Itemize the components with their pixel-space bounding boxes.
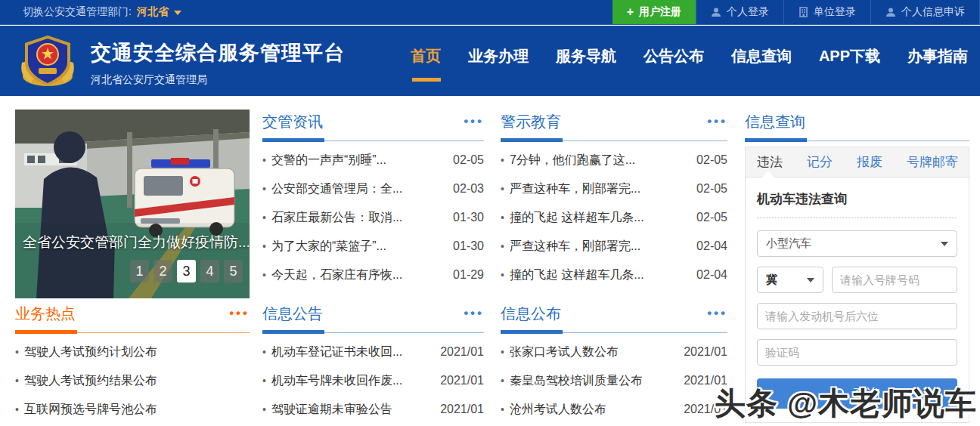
nav-home[interactable]: 首页	[411, 46, 441, 66]
list-item[interactable]: 撞的飞起 这样超车几条...02-04	[501, 261, 727, 289]
more-icon[interactable]: •••	[707, 118, 727, 125]
pager-1[interactable]: 1	[130, 260, 149, 282]
personal-login-button[interactable]: 个人登录	[696, 0, 783, 24]
switch-label: 切换公安交通管理部门:	[23, 5, 132, 19]
police-badge-logo	[16, 32, 79, 89]
query-tabs: 违法 记分 报废 号牌邮寄	[745, 147, 969, 178]
list-item[interactable]: 撞的飞起 这样超车几条...02-05	[501, 203, 727, 232]
list-item[interactable]: 公安部交通管理局：全...02-03	[262, 174, 484, 203]
tab-scrap[interactable]: 报废	[857, 153, 882, 171]
watermark-text: 头条 @木老师说车	[715, 383, 977, 424]
site-header: 交通安全综合服务管理平台 河北省公安厅交通管理局 首页 业务办理 服务导航 公告…	[0, 26, 980, 96]
form-title: 机动车违法查询	[757, 190, 957, 208]
list-item[interactable]: 机动车登记证书未收回...2021/01	[262, 338, 484, 366]
divider	[757, 218, 957, 218]
section-warning-education: 警示教育 ••• 7分钟，他们跑赢了这...02-05 严查这种车，刚部署完..…	[501, 110, 727, 289]
engine-number-input[interactable]	[757, 303, 957, 329]
current-region: 河北省	[137, 5, 169, 19]
section-title: 警示教育	[501, 112, 561, 132]
section-info-publish: 信息公布 ••• 张家口考试人数公布2021/01 秦皇岛驾校培训质量公布202…	[501, 301, 727, 424]
site-title: 交通安全综合服务管理平台	[91, 39, 345, 66]
topbar-actions: + 用户注册 个人登录 单位登录 个人信息申诉	[612, 0, 980, 24]
plus-icon: +	[627, 5, 634, 19]
list-item[interactable]: 驾驶人考试预约计划公布	[15, 338, 250, 366]
user-icon	[711, 7, 721, 17]
carousel-caption[interactable]: 全省公安交管部门全力做好疫情防...	[23, 233, 250, 252]
department-switcher[interactable]: 切换公安交通管理部门: 河北省	[0, 0, 181, 24]
unit-login-button[interactable]: 单位登录	[783, 0, 870, 24]
pager-4[interactable]: 4	[200, 260, 219, 282]
info-query-panel: 信息查询 违法 记分 报废 号牌邮寄 机动车违法查询 小型汽车 冀 查询	[745, 110, 969, 423]
news-carousel[interactable]: 全省公安交管部门全力做好疫情防... 1 2 3 4 5	[15, 110, 250, 298]
list-item[interactable]: 严查这种车，刚部署完...02-04	[501, 232, 727, 261]
vehicle-type-select[interactable]: 小型汽车	[757, 230, 957, 257]
section-title: 信息公告	[262, 304, 323, 324]
captcha-input[interactable]	[757, 339, 957, 366]
list-item[interactable]: 互联网预选号牌号池公布	[15, 395, 250, 424]
carousel-pager: 1 2 3 4 5	[130, 260, 243, 282]
list-item[interactable]: 今天起，石家庄有序恢...01-29	[262, 261, 484, 289]
section-title: 业务热点	[15, 304, 76, 324]
section-business-hot: 业务热点 ••• 驾驶人考试预约计划公布 驾驶人考试预约结果公布 互联网预选号牌…	[15, 301, 250, 424]
main-nav: 首页 业务办理 服务导航 公告公布 信息查询 APP下载 办事指南	[411, 46, 968, 66]
plate-prefix-select[interactable]: 冀	[757, 267, 823, 293]
building-icon	[799, 7, 808, 17]
caret-down-icon	[807, 278, 814, 282]
list-item[interactable]: 石家庄最新公告：取消...01-30	[262, 203, 484, 232]
list-item[interactable]: 驾驶人考试预约结果公布	[15, 366, 250, 395]
top-utility-bar: 切换公安交通管理部门: 河北省 + 用户注册 个人登录 单位登录 个人信息申诉	[0, 0, 980, 25]
plate-number-input[interactable]	[832, 267, 957, 293]
tab-plate-mail[interactable]: 号牌邮寄	[907, 153, 958, 171]
more-icon[interactable]: •••	[464, 118, 484, 125]
site-subtitle: 河北省公安厅交通管理局	[91, 73, 345, 87]
register-button[interactable]: + 用户注册	[612, 0, 696, 24]
brand-block: 交通安全综合服务管理平台 河北省公安厅交通管理局	[91, 39, 345, 87]
list-item[interactable]: 为了大家的“菜篮子”...01-30	[262, 232, 484, 261]
tab-points[interactable]: 记分	[807, 153, 833, 171]
list-item[interactable]: 秦皇岛驾校培训质量公布2021/01	[501, 366, 727, 395]
list-item[interactable]: 交警的一声声“别睡”...02-05	[262, 146, 484, 174]
caret-down-icon	[174, 11, 181, 15]
section-title: 信息查询	[745, 112, 805, 132]
more-icon[interactable]: •••	[707, 310, 727, 317]
list-item[interactable]: 机动车号牌未收回作废...2021/01	[262, 366, 484, 395]
section-title: 交管资讯	[262, 112, 323, 132]
pager-5[interactable]: 5	[224, 260, 243, 282]
personal-appeal-button[interactable]: 个人信息申诉	[870, 0, 980, 24]
list-item[interactable]: 张家口考试人数公布2021/01	[501, 338, 727, 366]
nav-handling-guide[interactable]: 办事指南	[907, 46, 968, 66]
more-icon[interactable]: •••	[464, 310, 484, 317]
nav-service-guide[interactable]: 服务导航	[556, 46, 616, 66]
pager-2[interactable]: 2	[154, 260, 172, 282]
section-title: 信息公布	[501, 304, 561, 324]
list-item[interactable]: 沧州考试人数公布2021/01	[501, 395, 727, 424]
more-icon[interactable]: •••	[229, 310, 250, 317]
active-tab-notch	[762, 171, 774, 178]
pager-3[interactable]: 3	[177, 260, 196, 282]
caret-down-icon	[941, 242, 948, 246]
nav-app-download[interactable]: APP下载	[819, 46, 880, 66]
tab-violation[interactable]: 违法	[757, 153, 783, 171]
nav-announcements[interactable]: 公告公布	[644, 46, 704, 66]
section-info-notice: 信息公告 ••• 机动车登记证书未收回...2021/01 机动车号牌未收回作废…	[262, 301, 484, 424]
list-item[interactable]: 严查这种车，刚部署完...02-05	[501, 174, 727, 203]
list-item[interactable]: 7分钟，他们跑赢了这...02-05	[501, 146, 727, 174]
section-traffic-news: 交管资讯 ••• 交警的一声声“别睡”...02-05 公安部交通管理局：全..…	[262, 110, 484, 289]
nav-business[interactable]: 业务办理	[468, 46, 529, 66]
nav-info-query[interactable]: 信息查询	[731, 46, 792, 66]
list-item[interactable]: 驾驶证逾期未审验公告2021/01	[262, 395, 484, 424]
user-icon	[885, 7, 896, 17]
